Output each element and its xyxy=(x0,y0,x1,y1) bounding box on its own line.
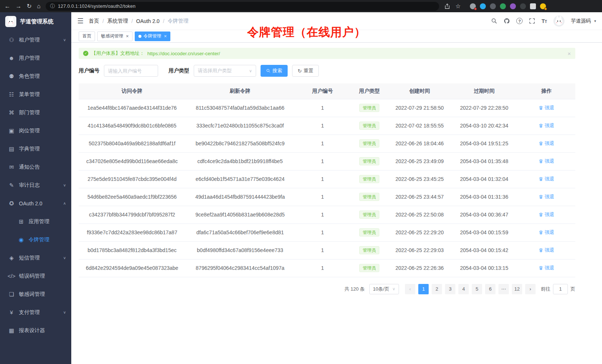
tenant-icon: ⚇ xyxy=(7,37,16,43)
user-type-badge: 管理员 xyxy=(359,246,379,254)
sidebar-item-report-designer[interactable]: ▦报表设计器 xyxy=(0,321,71,340)
page-button[interactable]: 5 xyxy=(472,284,482,294)
page-button[interactable]: 4 xyxy=(458,284,469,294)
sidebar-item-role[interactable]: ⚉角色管理 xyxy=(0,67,71,85)
sidebar-item-label: 通知公告 xyxy=(19,164,40,171)
extension-blue-icon[interactable] xyxy=(480,3,486,9)
forward-icon[interactable]: → xyxy=(16,3,22,9)
tab-sensitive-word[interactable]: 敏感词管理× xyxy=(97,32,132,41)
page-button[interactable]: 6 xyxy=(485,284,495,294)
dict-book-icon: ▤ xyxy=(7,146,16,152)
sidebar-item-oauth2[interactable]: ✪OAuth 2.0∧ xyxy=(0,194,71,212)
page-button[interactable]: 3 xyxy=(445,284,455,294)
sidebar-item-sensitive-word[interactable]: ❏敏感词管理 xyxy=(0,285,71,303)
user-id-cell: 1 xyxy=(295,170,350,188)
breadcrumb-item[interactable]: 首页 xyxy=(89,18,99,24)
goto-page-input[interactable] xyxy=(553,284,568,294)
close-icon[interactable]: × xyxy=(164,34,167,39)
force-logout-button[interactable]: 强退 xyxy=(539,158,554,165)
close-icon[interactable]: × xyxy=(126,34,129,39)
sidebar-item-sms[interactable]: ◈短信管理∨ xyxy=(0,249,71,267)
back-icon[interactable]: ← xyxy=(4,3,10,9)
site-info-icon[interactable]: ⓘ xyxy=(50,3,55,10)
font-size-icon[interactable]: TT xyxy=(542,18,547,24)
sidebar-item-audit-log[interactable]: ✎审计日志∨ xyxy=(0,176,71,194)
fullscreen-icon[interactable] xyxy=(529,18,535,24)
page-button[interactable]: 12 xyxy=(512,284,522,294)
page-button[interactable]: 1 xyxy=(418,284,429,294)
profile-avatar-icon[interactable] xyxy=(540,3,546,9)
extension-black-icon[interactable] xyxy=(520,3,526,9)
extension-dark-ring-icon[interactable] xyxy=(490,3,496,9)
sidebar-item-menu[interactable]: ☷菜单管理 xyxy=(0,85,71,103)
page-button[interactable]: 2 xyxy=(432,284,442,294)
bookmark-star-icon[interactable]: ☆ xyxy=(455,3,461,9)
force-logout-button[interactable]: 强退 xyxy=(539,193,554,200)
breadcrumb-item[interactable]: OAuth 2.0 xyxy=(136,18,160,24)
sidebar-item-dict[interactable]: ▤字典管理 xyxy=(0,140,71,158)
reset-button[interactable]: ↻ 重置 xyxy=(292,65,319,77)
user-id-input[interactable] xyxy=(104,65,158,77)
sidebar-item-post[interactable]: ▣岗位管理 xyxy=(0,122,71,140)
address-bar[interactable]: ⓘ 127.0.0.1:1024/system/oauth2/token xyxy=(46,2,439,11)
help-icon[interactable]: ? xyxy=(516,18,523,24)
tab-home[interactable]: 首页 xyxy=(79,32,95,41)
tab-token[interactable]: 令牌管理× xyxy=(135,32,171,41)
next-page-button[interactable]: › xyxy=(525,284,536,294)
user-type-cell: 管理员 xyxy=(350,152,389,170)
prev-page-button[interactable]: ‹ xyxy=(405,284,415,294)
action-cell: 强退 xyxy=(518,99,575,117)
page-size-select[interactable]: 10条/页 ∨ xyxy=(369,284,399,294)
access-token-cell: 502375b8040a469a9b82188afdf6af1f xyxy=(79,135,186,152)
force-logout-button[interactable]: 强退 xyxy=(539,247,554,254)
collapse-sidebar-icon[interactable]: ☰ xyxy=(77,17,84,25)
home-icon[interactable]: ⌂ xyxy=(37,3,40,9)
active-dot-icon xyxy=(138,35,141,38)
force-logout-button[interactable]: 强退 xyxy=(539,140,554,147)
extension-badge xyxy=(474,7,477,10)
doc-link[interactable]: https://doc.iocoder.cn/user-center/ xyxy=(147,51,220,56)
sidebar-item-error-code[interactable]: </>错误码管理 xyxy=(0,267,71,285)
force-logout-button[interactable]: 强退 xyxy=(539,211,554,218)
table-row: b0d1785bc3a8482f812db4a3f3bd15ecb0df4980… xyxy=(79,241,575,259)
extension-colorful-icon[interactable] xyxy=(510,3,516,9)
force-logout-button[interactable]: 强退 xyxy=(539,229,554,236)
username[interactable]: 芋道源码 xyxy=(571,18,591,24)
sidebar-item-tenant[interactable]: ⚇租户管理∨ xyxy=(0,31,71,49)
force-logout-label: 强退 xyxy=(544,211,554,218)
force-logout-button[interactable]: 强退 xyxy=(539,105,554,111)
table-row: 1ea5e44f8bc1467aaede43144f31de76811c5304… xyxy=(79,99,575,117)
sidebar-item-oauth2-token[interactable]: ◉令牌管理 xyxy=(0,231,71,249)
force-logout-button[interactable]: 强退 xyxy=(539,122,554,129)
refresh-token-cell: 811c530487574fa0af1a59d3abc1aa66 xyxy=(186,99,295,117)
sidebar-item-label: 错误码管理 xyxy=(19,273,45,279)
user-type-select[interactable]: 请选择用户类型 ∨ xyxy=(194,65,256,77)
share-icon[interactable] xyxy=(444,3,450,9)
create-time-cell: 2022-07-02 18:55:55 xyxy=(389,117,451,135)
sidebar-item-oauth2-app[interactable]: ⊞应用管理 xyxy=(0,212,71,231)
trash-icon xyxy=(539,230,543,235)
sidebar: 芋道管理系统 ⚇租户管理∨☻用户管理⚉角色管理☷菜单管理⌘部门管理▣岗位管理▤字… xyxy=(0,12,71,364)
force-logout-button[interactable]: 强退 xyxy=(539,265,554,271)
force-logout-button[interactable]: 强退 xyxy=(539,176,554,182)
extension-green-icon[interactable] xyxy=(500,3,506,9)
more-pages-button[interactable]: ⋯ xyxy=(498,284,509,294)
close-icon[interactable]: × xyxy=(567,50,571,57)
sidebar-item-dept[interactable]: ⌘部门管理 xyxy=(0,103,71,122)
breadcrumb-item[interactable]: 系统管理 xyxy=(107,18,128,24)
split-view-icon[interactable] xyxy=(530,3,536,9)
sidebar-item-payment[interactable]: ¥支付管理∨ xyxy=(0,303,71,321)
extension-grid-icon[interactable] xyxy=(470,3,476,9)
reload-icon[interactable]: ↻ xyxy=(27,3,32,9)
sidebar-item-user[interactable]: ☻用户管理 xyxy=(0,49,71,67)
chevron-down-icon[interactable]: ▾ xyxy=(594,19,596,23)
search-icon[interactable] xyxy=(491,18,497,24)
token-broadcast-icon: ◉ xyxy=(17,236,25,243)
search-button[interactable]: 搜索 xyxy=(261,65,288,77)
github-icon[interactable] xyxy=(504,18,510,24)
user-type-cell: 管理员 xyxy=(350,188,389,206)
sidebar-item-notice[interactable]: ✉通知公告 xyxy=(0,158,71,176)
table-row: 41c41346a548490f9dc8b01c6bfe0865333ecfc7… xyxy=(79,117,575,135)
column-header: 用户类型 xyxy=(350,83,389,99)
avatar[interactable] xyxy=(553,16,565,27)
